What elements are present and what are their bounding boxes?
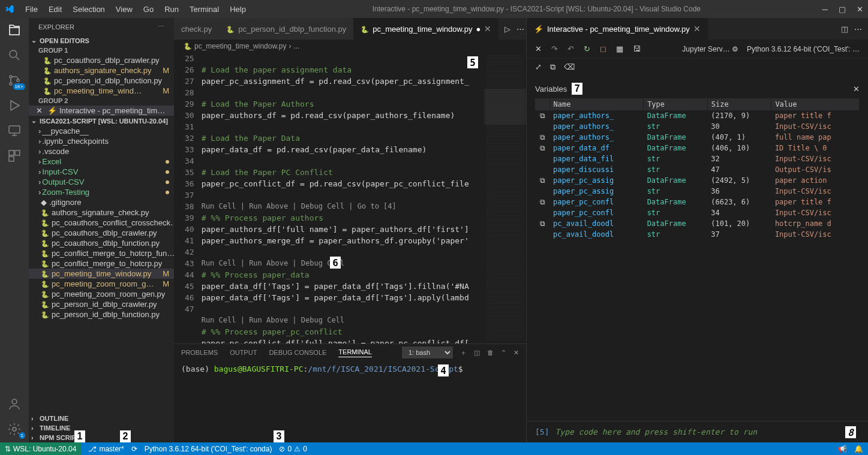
file-item[interactable]: pc_meeting_zoom_room_g…M [29,279,174,289]
clear-icon[interactable]: ⌫ [564,62,575,72]
variable-row[interactable]: ⧉paper_authors_DataFrame(407, 1)full nam… [535,132,860,143]
variable-row[interactable]: ⧉pc_avail_doodlDataFrame(101, 20)hotcrp_… [535,218,860,229]
variable-row[interactable]: paper_pc_conflstr34Input-CSV/isc [535,207,860,218]
restart-icon[interactable]: ↻ [584,44,590,53]
interactive-input[interactable]: [5]Type code here and press shift-enter … [527,421,868,442]
file-item[interactable]: pc_coauthors_conflict_crosscheck… [29,218,174,228]
breadcrumb[interactable]: pc_meeting_time_window.py › ... [174,40,526,53]
notifications-icon[interactable]: 🔔 [854,445,863,453]
folder-item[interactable]: ›.ipynb_checkpoints [29,136,174,146]
interactive-more-icon[interactable]: ⋯ [854,25,862,34]
folder-item[interactable]: ›Zoom-Testing [29,187,174,197]
tab-terminal[interactable]: TERMINAL [338,348,372,357]
split-editor-icon[interactable]: ◫ [841,25,848,34]
timeline-section[interactable]: ›TIMELINE [29,423,174,433]
menu-help[interactable]: Help [225,2,251,16]
collapse-icon[interactable]: ⧉ [550,62,555,72]
variable-row[interactable]: paper_pc_assigstr36Input-CSV/isc [535,186,860,197]
explorer-icon[interactable] [7,23,22,37]
remote-indicator[interactable]: ⇅WSL: Ubuntu-20.04 [0,442,81,455]
run-debug-icon[interactable] [7,98,22,113]
file-item[interactable]: pc_meeting_time_window.pyM [29,269,174,279]
file-item[interactable]: pc_conflict_merge_to_hotcrp_fun… [29,248,174,258]
remote-explorer-icon[interactable] [7,123,22,138]
open-editors-section[interactable]: ⌄OPEN EDITORS [29,35,174,46]
maximize-panel-icon[interactable]: ⌃ [501,349,506,357]
file-item[interactable]: pc_meeting_zoom_room_gen.py [29,289,174,299]
file-item[interactable]: authors_signature_check.py [29,207,174,218]
folder-item[interactable]: ›__pycache__ [29,126,174,136]
run-cell-icon[interactable]: ▷ [504,25,510,34]
tab-person-id[interactable]: pc_person_id_dblp_function.py [219,18,353,40]
jupyter-server[interactable]: Jupyter Serv… ⚙ [682,45,738,53]
folder-item[interactable]: ›Excel [29,156,174,167]
git-branch[interactable]: ⎇master* [88,445,124,453]
interactive-tab[interactable]: ⚡Interactive - pc_meeting_time_window.py… [527,18,708,40]
open-editor-interactive[interactable]: ✕⚡Interactive - pc_meeting_tim… [29,106,174,116]
tab-meeting-time[interactable]: pc_meeting_time_window.py●✕ [353,18,498,40]
file-item[interactable]: pc_person_id_dblp_crawler.py [29,299,174,309]
more-icon[interactable]: ⋯ [158,23,164,31]
menu-run[interactable]: Run [160,2,184,16]
file-item[interactable]: pc_coauthors_dblp_function.py [29,238,174,248]
file-item[interactable]: pc_conflict_merge_to_hotcrp.py [29,258,174,269]
tab-problems[interactable]: PROBLEMS [181,349,218,356]
col-name[interactable]: Name [549,98,644,110]
kill-terminal-icon[interactable]: 🗑 [487,349,494,356]
source-control-icon[interactable]: 1K+ [7,73,22,88]
col-type[interactable]: Type [644,98,708,110]
variable-row[interactable]: paper_data_filstr32Input-CSV/isc [535,153,860,164]
tab-check[interactable]: check.py [174,18,219,40]
menu-edit[interactable]: Edit [44,2,67,16]
menu-go[interactable]: Go [139,2,158,16]
tab-output[interactable]: OUTPUT [230,349,257,356]
redo-icon[interactable]: ↷ [551,44,558,53]
variable-row[interactable]: paper_authors_str30Input-CSV/isc [535,121,860,132]
settings-icon[interactable]: 1 [7,422,22,436]
python-interpreter[interactable]: Python 3.6.12 64-bit ('COI_Test': conda) [145,445,272,453]
terminal-select[interactable]: 1: bash [402,346,453,358]
file-item[interactable]: pc_coauthors_dblp_crawler.py [29,228,174,238]
tab-debug-console[interactable]: DEBUG CONSOLE [269,349,326,356]
undo-icon[interactable]: ↶ [567,44,574,53]
open-editor-item[interactable]: pc_person_id_dblp_function.py [29,76,174,86]
open-editor-item[interactable]: pc_coauthors_dblp_crawler.py [29,55,174,65]
variable-row[interactable]: ⧉paper_pc_assigDataFrame(2492, 5)paper a… [535,175,860,186]
new-terminal-icon[interactable]: ＋ [460,348,467,357]
minimap[interactable] [484,53,526,343]
close-icon[interactable]: ✕ [857,5,863,14]
problems-count[interactable]: ⊘0 ⚠0 [279,445,307,453]
extensions-icon[interactable] [7,149,22,163]
variables-icon[interactable]: ▦ [616,44,623,53]
open-editor-item[interactable]: authors_signature_check.pyM [29,65,174,76]
split-terminal-icon[interactable]: ◫ [474,349,480,357]
maximize-icon[interactable]: ▢ [839,5,846,14]
close-variables-icon[interactable]: ✕ [853,85,860,94]
minimize-icon[interactable]: ─ [822,5,828,14]
col-value[interactable]: Value [771,98,860,110]
col-size[interactable]: Size [707,98,771,110]
expand-icon[interactable]: ⤢ [535,62,542,72]
variable-row[interactable]: pc_avail_doodlstr37Input-CSV/isc [535,229,860,240]
menu-terminal[interactable]: Terminal [185,2,224,16]
code-editor[interactable]: 2526272829303132333435363738394041424344… [174,53,526,343]
terminal-body[interactable]: (base) bagus@BAGUSFITRI-PC:/mnt/f/ISCA_2… [174,361,526,442]
menu-file[interactable]: File [20,2,43,16]
folder-item[interactable]: ›Input-CSV [29,167,174,177]
file-gitignore[interactable]: ◆.gitignore [29,197,174,207]
open-editor-item[interactable]: pc_meeting_time_wind…M [29,86,174,96]
variable-row[interactable]: ⧉paper_pc_conflDataFrame(6623, 6)paper t… [535,197,860,207]
close-tab-icon[interactable]: ✕ [484,24,491,34]
interrupt-icon[interactable]: ◻ [600,44,606,53]
feedback-icon[interactable]: 📢 [838,445,847,453]
folder-item[interactable]: ›Output-CSV [29,177,174,187]
file-item[interactable]: pc_person_id_dblp_function.py [29,309,174,320]
search-icon[interactable] [7,48,22,62]
close-panel-icon[interactable]: ✕ [513,349,519,357]
menu-selection[interactable]: Selection [68,2,109,16]
npm-section[interactable]: ›NPM SCRIPTS [29,433,174,442]
variable-row[interactable]: paper_discussistr47Output-CSV/is [535,164,860,175]
tab-more-icon[interactable]: ⋯ [516,25,524,34]
sync-icon[interactable]: ⟳ [131,445,137,453]
account-icon[interactable] [7,397,22,411]
